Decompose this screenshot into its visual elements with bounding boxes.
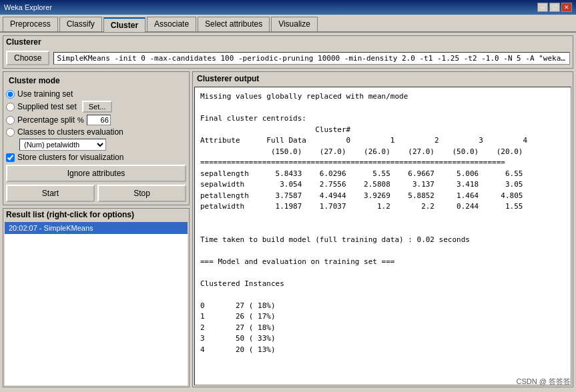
- lower-section: Cluster mode Use training set Supplied t…: [3, 71, 573, 387]
- label-store: Store clusters for visualization: [17, 153, 123, 162]
- output-panel-title: Clusterer output: [193, 72, 573, 85]
- minimize-button[interactable]: –: [537, 3, 548, 12]
- radio-row-training: Use training set: [6, 89, 186, 99]
- cluster-mode-panel: Cluster mode Use training set Supplied t…: [3, 71, 190, 205]
- left-panel: Cluster mode Use training set Supplied t…: [3, 71, 190, 387]
- radio-row-percent: Percentage split %: [6, 115, 186, 125]
- main-content: Clusterer Choose SimpleKMeans -init 0 -m…: [0, 33, 576, 390]
- percent-input[interactable]: [87, 115, 111, 125]
- percent-sign: %: [77, 116, 84, 124]
- output-area[interactable]: Missing values globally replaced with me…: [194, 87, 571, 385]
- tab-classify[interactable]: Classify: [59, 17, 102, 31]
- radio-classes[interactable]: [6, 128, 15, 137]
- radio-row-supplied: Supplied test set Set...: [6, 101, 186, 113]
- stop-button[interactable]: Stop: [97, 185, 186, 202]
- tabs-bar: Preprocess Classify Cluster Associate Se…: [0, 15, 576, 33]
- tab-cluster[interactable]: Cluster: [103, 17, 146, 32]
- result-list: 20:02:07 - SimpleKMeans: [5, 222, 188, 385]
- title-bar-controls: – □ ✕: [537, 3, 572, 12]
- radio-percent[interactable]: [6, 116, 15, 125]
- label-percent: Percentage split: [17, 115, 75, 125]
- label-supplied: Supplied test set: [17, 102, 77, 111]
- store-checkbox[interactable]: [6, 153, 15, 162]
- watermark: CSDN @ 答答答: [517, 377, 571, 387]
- label-classes: Classes to clusters evaluation: [17, 127, 123, 137]
- result-item[interactable]: 20:02:07 - SimpleKMeans: [5, 222, 188, 234]
- classes-dropdown[interactable]: (Num) petalwidth: [19, 139, 106, 151]
- title-bar: Weka Explorer – □ ✕: [0, 0, 576, 15]
- cluster-mode-title: Cluster mode: [6, 75, 186, 87]
- start-button[interactable]: Start: [6, 185, 95, 202]
- ignore-attributes-button[interactable]: Ignore attributes: [6, 165, 186, 182]
- algorithm-text: SimpleKMeans -init 0 -max-candidates 100…: [53, 52, 570, 65]
- title-bar-left: Weka Explorer: [4, 3, 52, 11]
- radio-training[interactable]: [6, 90, 15, 99]
- clusterer-panel: Clusterer Choose SimpleKMeans -init 0 -m…: [3, 35, 573, 69]
- clusterer-panel-title: Clusterer: [3, 36, 573, 48]
- radio-row-classes: Classes to clusters evaluation: [6, 127, 186, 137]
- close-button[interactable]: ✕: [561, 3, 572, 12]
- clusterer-controls: Choose SimpleKMeans -init 0 -max-candida…: [3, 48, 573, 68]
- tab-visualize[interactable]: Visualize: [271, 17, 318, 31]
- start-stop-row: Start Stop: [6, 185, 186, 202]
- app-title: Weka Explorer: [4, 3, 52, 11]
- radio-supplied[interactable]: [6, 103, 15, 111]
- result-list-title: Result list (right-click for options): [3, 209, 189, 221]
- tab-associate[interactable]: Associate: [147, 17, 196, 31]
- tab-preprocess[interactable]: Preprocess: [3, 17, 58, 31]
- tab-select-attributes[interactable]: Select attributes: [198, 17, 270, 31]
- set-button[interactable]: Set...: [82, 101, 113, 113]
- result-panel: Result list (right-click for options) 20…: [3, 208, 190, 387]
- right-panel: Clusterer output Missing values globally…: [192, 71, 573, 387]
- checkbox-row-store: Store clusters for visualization: [6, 153, 186, 162]
- label-training: Use training set: [17, 89, 73, 99]
- maximize-button[interactable]: □: [549, 3, 560, 12]
- choose-button[interactable]: Choose: [6, 51, 49, 65]
